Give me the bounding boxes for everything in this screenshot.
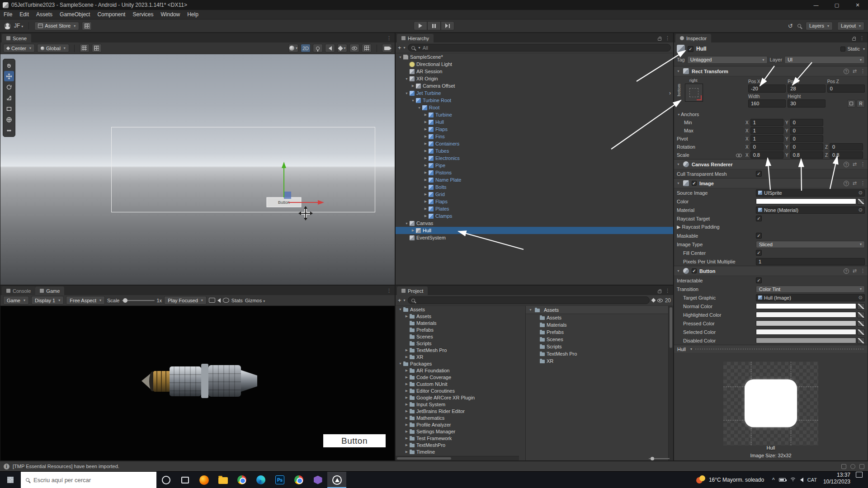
project-asset-prefabs[interactable]: Prefabs: [526, 328, 673, 336]
project-folder-profile-analyzer[interactable]: ▶Profile Analyzer: [396, 421, 525, 428]
expand-arrow[interactable]: ▶: [404, 409, 410, 413]
expand-arrow[interactable]: ▶: [423, 127, 429, 131]
menu-edit[interactable]: Edit: [16, 11, 33, 18]
project-folder-code-coverage[interactable]: ▶Code Coverage: [396, 374, 525, 380]
presets-icon[interactable]: ⇄: [853, 268, 857, 274]
hierarchy-item-fins[interactable]: ▶Fins: [396, 133, 673, 140]
expand-arrow[interactable]: ▶: [423, 171, 429, 174]
project-folder-settings-manager[interactable]: ▶Settings Manager: [396, 428, 525, 435]
project-search-input[interactable]: [408, 296, 650, 304]
drag-handle[interactable]: [695, 348, 864, 350]
expand-arrow[interactable]: ▼: [410, 99, 416, 102]
taskbar-photoshop-button[interactable]: Ps: [270, 472, 289, 488]
help-icon[interactable]: ?: [844, 69, 849, 74]
expand-arrow[interactable]: ▼: [397, 56, 403, 59]
eyedropper-icon[interactable]: [857, 338, 865, 344]
expand-arrow[interactable]: ▶: [423, 135, 429, 138]
taskbar-chrome2-button[interactable]: [289, 472, 308, 488]
presets-icon[interactable]: ⇄: [853, 161, 857, 167]
scale-x-field[interactable]: 0.8: [750, 151, 783, 159]
tool-handle-space-dropdown[interactable]: Global▾: [37, 44, 69, 52]
game-ui-button[interactable]: Button: [323, 434, 386, 447]
maximize-button[interactable]: ▢: [826, 0, 847, 10]
expand-arrow[interactable]: ▶: [404, 389, 410, 393]
project-folder-materials[interactable]: Materials: [396, 319, 525, 326]
raw-edit-mode-button[interactable]: R: [857, 100, 865, 108]
2d-toggle-button[interactable]: 2D: [301, 44, 311, 52]
component-enabled-checkbox[interactable]: ✓: [692, 181, 697, 186]
expand-arrow[interactable]: ▶: [404, 443, 410, 447]
project-folder-timeline[interactable]: ▶Timeline: [396, 448, 525, 455]
expand-arrow[interactable]: ▶: [423, 207, 429, 211]
hierarchy-item-canvas[interactable]: ▼Canvas: [396, 220, 673, 227]
pivot-x-field[interactable]: 1: [750, 135, 783, 142]
checkbox-maskable[interactable]: ✓: [756, 233, 762, 239]
color-swatch-color[interactable]: [756, 198, 856, 204]
hierarchy-item-xr-origin[interactable]: ▼XR Origin: [396, 75, 673, 82]
expand-arrow[interactable]: ▼: [416, 106, 422, 109]
checkbox-cull-transparent-mesh[interactable]: ✓: [756, 171, 762, 177]
panel-menu-icon[interactable]: ⋮: [859, 35, 864, 41]
hierarchy-item-eventsystem[interactable]: EventSystem: [396, 234, 673, 241]
project-asset-scenes[interactable]: Scenes: [526, 336, 673, 343]
hierarchy-item-clamps[interactable]: ▶Clamps: [396, 212, 673, 220]
custom-tool-button[interactable]: [4, 125, 14, 136]
color-swatch-highlighted-color[interactable]: [756, 312, 856, 318]
taskbar-unity-button[interactable]: [327, 472, 346, 488]
eyedropper-icon[interactable]: [857, 320, 865, 327]
keyboard-layout[interactable]: CAT: [807, 477, 817, 483]
taskbar-clock[interactable]: 13:37 10/12/2023: [821, 472, 853, 488]
start-button[interactable]: [0, 472, 21, 488]
rect-tool-button[interactable]: [4, 103, 14, 114]
static-checkbox[interactable]: [840, 47, 845, 52]
tag-dropdown[interactable]: Untagged▾: [687, 56, 768, 64]
tool-handle-pivot-dropdown[interactable]: Center▾: [3, 44, 35, 52]
checkbox-fill-center[interactable]: ✓: [756, 250, 762, 256]
color-swatch-selected-color[interactable]: [756, 329, 856, 335]
hierarchy-item-containers[interactable]: ▶Containers: [396, 140, 673, 147]
project-asset-assets[interactable]: Assets: [526, 314, 673, 321]
tab-scene[interactable]: Scene: [2, 34, 31, 42]
expand-arrow[interactable]: ▼: [397, 308, 403, 311]
package-visibility-icon[interactable]: [657, 299, 663, 302]
expand-arrow[interactable]: ▶: [404, 396, 410, 399]
menu-services[interactable]: Services: [129, 11, 157, 18]
expand-arrow[interactable]: ▶: [404, 416, 410, 420]
presets-icon[interactable]: ⇄: [853, 68, 857, 74]
tab-game[interactable]: Game: [35, 286, 64, 295]
object-picker-icon[interactable]: ⊙: [859, 207, 863, 213]
constrain-proportions-icon[interactable]: [736, 154, 742, 157]
pos-x-field[interactable]: -20: [748, 84, 786, 93]
scale-z-field[interactable]: 0.8: [830, 151, 863, 159]
expand-arrow[interactable]: ▶: [404, 430, 410, 433]
vertical-scrollbar[interactable]: [668, 306, 673, 460]
hierarchy-item-plates[interactable]: ▶Plates: [396, 205, 673, 212]
project-folder-assets[interactable]: ▶Assets: [396, 313, 525, 319]
expand-arrow[interactable]: ▶: [404, 450, 410, 454]
slider-knob[interactable]: [123, 298, 127, 303]
expand-arrow[interactable]: ▶: [423, 113, 429, 117]
object-field-source-image[interactable]: UISprite⊙: [756, 189, 865, 197]
undo-history-icon[interactable]: ↺: [788, 23, 793, 29]
game-target-dropdown[interactable]: Game▾: [3, 296, 29, 305]
lock-icon[interactable]: [852, 38, 856, 41]
expand-arrow[interactable]: ▶: [404, 314, 410, 318]
expand-arrow[interactable]: ▶: [423, 149, 429, 153]
collab-icon[interactable]: [841, 464, 846, 469]
taskbar-chrome-button[interactable]: [232, 472, 251, 488]
color-swatch-disabled-color[interactable]: [756, 338, 856, 343]
scale-tool-button[interactable]: [4, 93, 14, 103]
prefab-open-chevron[interactable]: ›: [669, 90, 673, 96]
menu-file[interactable]: File: [0, 11, 16, 18]
canvas-renderer-header[interactable]: ▼ Canvas Renderer ?⇄⋮: [674, 159, 868, 169]
expand-arrow[interactable]: ▶: [404, 348, 410, 352]
hierarchy-item-turbine-root[interactable]: ▼Turbine Root: [396, 97, 673, 104]
project-folder-ar-foundation[interactable]: ▶AR Foundation: [396, 367, 525, 374]
grid-visibility-dropdown[interactable]: [362, 44, 372, 52]
lock-icon[interactable]: [658, 38, 661, 41]
taskbar-firefox-button[interactable]: [194, 472, 213, 488]
expand-arrow[interactable]: ▶: [404, 423, 410, 427]
lock-icon[interactable]: [658, 291, 661, 293]
game-viewport[interactable]: Button: [0, 306, 395, 460]
effects-dropdown[interactable]: ▾: [337, 44, 347, 52]
